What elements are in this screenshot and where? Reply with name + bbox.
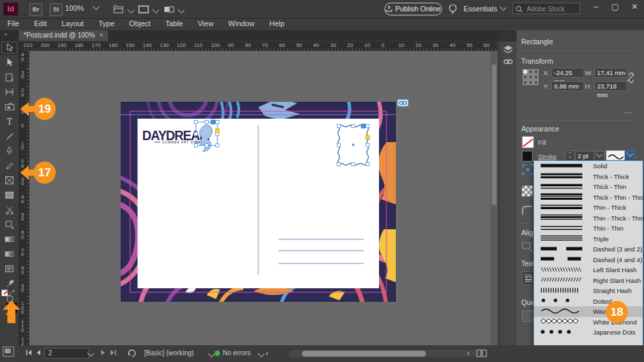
direct-selection-tool[interactable]: [0, 55, 19, 70]
link-badge-icon[interactable]: [397, 99, 409, 107]
frame-tool[interactable]: [0, 173, 19, 188]
frame-fitting-icon[interactable]: [522, 164, 534, 175]
screen-mode-icon: [138, 5, 150, 14]
x-field[interactable]: -24,25 mm: [551, 68, 584, 78]
stroke-label[interactable]: Stroke: [538, 153, 556, 160]
first-page-icon[interactable]: [25, 349, 32, 356]
menu-layout[interactable]: Layout: [54, 19, 91, 30]
gap-tool[interactable]: [0, 84, 19, 99]
horizontal-scrollbar-thumb[interactable]: [302, 351, 426, 357]
menu-view[interactable]: View: [191, 19, 221, 30]
menu-file[interactable]: File: [0, 19, 27, 30]
menu-type[interactable]: Type: [91, 19, 122, 30]
menu-window[interactable]: Window: [221, 19, 262, 30]
page-number-field[interactable]: 2: [44, 348, 89, 359]
opacity-checkerboard-icon[interactable]: [522, 186, 533, 196]
stroke-option-white-diamond[interactable]: White Diamond: [534, 317, 643, 328]
minimize-button[interactable]: –: [586, 0, 605, 15]
lightbulb-icon[interactable]: [448, 3, 458, 15]
type-tool[interactable]: T: [0, 114, 19, 129]
stroke-option-thick-thin-thick[interactable]: Thick - Thin - Thick: [534, 192, 643, 203]
stroke-option-thin-thin[interactable]: Thin - Thin: [534, 223, 643, 234]
corner-options-icon[interactable]: [522, 206, 533, 215]
horizontal-scrollbar[interactable]: [288, 350, 483, 357]
preflight-profile[interactable]: [Basic] (working): [144, 349, 194, 357]
scroll-right-arrow[interactable]: ›: [467, 349, 470, 358]
stroke-option-solid[interactable]: Solid: [534, 161, 643, 172]
close-button[interactable]: ✕: [625, 0, 644, 15]
stroke-option-thick-thin[interactable]: Thick - Thin: [534, 182, 643, 192]
links-panel-icon[interactable]: [503, 58, 513, 65]
close-tab-icon[interactable]: ×: [99, 32, 103, 39]
stroke-option-left-slant-hash[interactable]: Left Slant Hash: [534, 265, 643, 276]
document-canvas[interactable]: DAYDREAM SUMMER ART SHOW: [30, 51, 490, 345]
scroll-left-arrow[interactable]: ‹: [266, 349, 268, 358]
default-fill-stroke-icon[interactable]: [1, 290, 8, 296]
content-collector-tool[interactable]: [0, 99, 19, 114]
stroke-option-thin-thick-thin[interactable]: Thin - Thick - Thin: [534, 213, 643, 224]
h-field[interactable]: 23,718 mm: [594, 81, 627, 91]
page-dropdown[interactable]: [86, 348, 95, 359]
bridge-button[interactable]: Br: [30, 3, 42, 16]
zoom-level-dropdown[interactable]: 100%: [65, 4, 99, 12]
align-icon[interactable]: [522, 242, 533, 251]
menu-edit[interactable]: Edit: [27, 19, 54, 30]
view-options-dropdown[interactable]: [113, 5, 133, 14]
stroke-option-thick-thick[interactable]: Thick - Thick: [534, 172, 643, 182]
swap-fill-stroke-icon[interactable]: [9, 290, 16, 296]
horizontal-ruler[interactable]: 2102001901801701601501401301201101009080…: [19, 42, 496, 52]
vertical-scrollbar[interactable]: [490, 51, 498, 345]
menu-object[interactable]: Object: [122, 19, 158, 30]
note-tool[interactable]: [0, 261, 19, 276]
selection-tool[interactable]: [0, 40, 19, 55]
reference-point-grid[interactable]: [523, 69, 539, 85]
spread-view-icon[interactable]: [476, 349, 487, 357]
stroke-option-japanese-dots[interactable]: Japanese Dots: [534, 327, 643, 338]
next-page-icon[interactable]: [101, 349, 106, 356]
pen-tool[interactable]: [0, 143, 19, 158]
gradient-tool[interactable]: [0, 232, 19, 247]
gradient-feather-tool[interactable]: [0, 247, 19, 261]
previous-page-icon[interactable]: [36, 349, 41, 356]
stroke-option-dashed-3-and-2[interactable]: Dashed (3 and 2): [534, 244, 643, 255]
vertical-ruler[interactable]: 4 03 02 01 001 02 03 04 05 06 07 08 09 0…: [19, 51, 30, 345]
menu-help[interactable]: Help: [262, 19, 292, 30]
scissors-tool[interactable]: [0, 202, 19, 217]
color-theme-tool[interactable]: [0, 276, 19, 291]
screen-mode-button[interactable]: [3, 347, 14, 357]
last-page-icon[interactable]: [110, 349, 117, 356]
postcard-artwork[interactable]: DAYDREAM SUMMER ART SHOW: [121, 102, 396, 302]
layers-panel-icon[interactable]: [503, 45, 513, 54]
w-field[interactable]: 17,41 mm: [594, 68, 627, 78]
constrain-proportions-icon[interactable]: [627, 72, 635, 84]
expand-panels-icon[interactable]: »: [4, 31, 7, 38]
menu-table[interactable]: Table: [158, 19, 190, 30]
transform-more-options[interactable]: ...: [624, 106, 633, 115]
stamp-frame[interactable]: [337, 124, 370, 166]
publish-online-button[interactable]: Publish Online: [384, 3, 442, 15]
stroke-option-triple[interactable]: Triple: [534, 234, 643, 245]
pencil-tool[interactable]: [0, 158, 19, 173]
vertical-scrollbar-thumb[interactable]: [492, 64, 496, 205]
stroke-option-dashed-4-and-4[interactable]: Dashed (4 and 4): [534, 255, 643, 265]
stroke-option-dotted[interactable]: Dotted: [534, 296, 643, 307]
free-transform-tool[interactable]: [0, 217, 19, 232]
workspace-switcher[interactable]: Essentials: [464, 5, 506, 13]
line-tool[interactable]: [0, 129, 19, 143]
quick-action-button[interactable]: [522, 310, 534, 322]
arrange-documents-dropdown[interactable]: [163, 5, 184, 14]
page-tool[interactable]: [0, 70, 19, 84]
stock-app-button[interactable]: St: [50, 3, 62, 16]
stroke-option-thin-thick[interactable]: Thin - Thick: [534, 202, 643, 213]
stroke-option-right-slant-hash[interactable]: Right Slant Hash: [534, 276, 643, 286]
stroke-swatch[interactable]: [522, 151, 533, 162]
screen-mode-dropdown[interactable]: [138, 5, 158, 14]
maximize-button[interactable]: ▢: [606, 0, 625, 15]
document-tab[interactable]: *Postcard.indd @ 100%×: [19, 30, 108, 41]
y-field[interactable]: 6,88 mm: [551, 81, 584, 91]
preflight-status[interactable]: No errors: [215, 349, 251, 357]
rectangle-tool[interactable]: [0, 188, 19, 202]
stroke-option-straight-hash[interactable]: Straight Hash: [534, 286, 643, 296]
preflight-menu-icon[interactable]: [127, 349, 137, 357]
fill-swatch[interactable]: [522, 136, 534, 148]
